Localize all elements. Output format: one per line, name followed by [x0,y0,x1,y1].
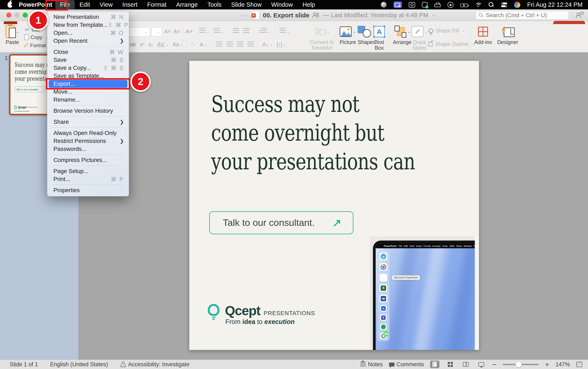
designer-button[interactable]: Designer [497,24,518,45]
battery-icon[interactable] [460,4,468,7]
fit-slide-to-window-button[interactable] [576,362,582,367]
shapes-button[interactable]: ⌄ Shapes [358,24,375,45]
zoom-out-button[interactable]: − [492,360,496,369]
chevron-down-icon[interactable]: ⌄ [432,12,436,18]
format-painter-button[interactable]: Format [23,42,46,48]
accessibility-status[interactable]: Accessibility: Investigate [120,361,189,368]
text-box-button[interactable]: A TextBox [373,24,385,51]
bullets-icon[interactable]: ⌄ [199,28,209,34]
slide-canvas[interactable]: Success may not come overnightbut your p… [189,61,479,350]
file-menu-item-open-recent[interactable]: Open Recent❯ [47,37,129,45]
file-menu-item-share[interactable]: Share❯ [47,118,129,126]
zoom-slider-knob[interactable] [516,361,522,368]
file-menu-item-compress-pictures[interactable]: Compress Pictures... [47,156,129,164]
file-menu-item-rename[interactable]: Rename... [47,96,129,104]
decrease-font-size-icon[interactable]: A˅ [174,29,180,35]
file-menu-item-new-from-template[interactable]: New from Template...⇧ ⌘ P [47,21,129,29]
reading-view-button[interactable] [461,361,470,368]
convert-to-smartart-button[interactable]: ⌄ Convert toSmartArt [310,24,334,51]
quick-styles-button[interactable]: ⌄ QuickStyles [411,24,427,51]
character-spacing-icon[interactable]: A̲V̲⌄ [157,41,168,48]
copy-button[interactable]: Copy⌄ [24,34,48,40]
menubar-item-arrange[interactable]: Arrange [171,0,203,9]
slide-title[interactable]: Success may not come overnightbut your p… [211,90,415,176]
add-ins-button[interactable]: Add-ins [474,24,492,45]
file-menu-item-save[interactable]: Save⌘ S [47,56,129,64]
picture-button[interactable]: ⌄ Picture [340,24,356,45]
last-modified-label[interactable]: — Last Modified: Yesterday at 4:48 PM [323,12,428,19]
highlight-color-icon[interactable]: ⌄ [192,42,196,47]
media-play-icon[interactable] [448,2,454,8]
shape-outline-button[interactable]: Shape Outline⌄ [428,41,475,47]
file-menu-item-passwords[interactable]: Passwords... [47,145,129,153]
columns-icon[interactable]: ⌄ [279,28,290,34]
zoom-in-button[interactable]: + [545,360,549,369]
minimize-window-button[interactable] [14,13,20,18]
notes-button[interactable]: Notes [360,361,383,368]
font-size-select[interactable]: ⌄ [152,27,162,36]
user-avatar[interactable] [514,2,520,8]
close-window-button[interactable] [6,13,11,18]
control-center-icon[interactable] [501,2,507,7]
presenter-coach-icon[interactable] [576,12,584,19]
align-left-icon[interactable] [216,41,222,48]
device-check-icon[interactable] [422,2,427,8]
file-menu-item-save-a-copy[interactable]: Save a Copy...⇧ ⌘ S [47,64,129,72]
file-menu-item-move[interactable]: Move... [47,88,129,96]
line-spacing-icon[interactable]: ↕⌄ [258,28,271,34]
justify-icon[interactable] [248,41,254,48]
subscript-icon[interactable]: x₂ [149,41,153,48]
document-title[interactable]: 00. Export slide [263,12,309,19]
screen-share-icon[interactable] [393,1,402,8]
menubar-item-view[interactable]: View [95,0,117,9]
printer-icon[interactable] [434,4,441,7]
file-menu-item-close[interactable]: Close⌘ W [47,48,129,56]
apple-menu-icon[interactable] [8,2,13,8]
zoom-level-label[interactable]: 147% [556,361,570,368]
wifi-icon[interactable] [475,2,482,7]
file-menu-item-restrict-permissions[interactable]: Restrict Permissions❯ [47,137,129,145]
screenshot-icon[interactable] [409,2,415,8]
clear-formatting-icon[interactable]: A [186,29,192,35]
decrease-indent-icon[interactable] [233,28,239,34]
search-input[interactable] [485,12,566,19]
zoom-window-button[interactable] [23,13,28,18]
menubar-item-edit[interactable]: Edit [75,0,95,9]
zoom-slider[interactable] [503,364,539,365]
file-menu-item-new-presentation[interactable]: New Presentation⌘ N [47,13,129,21]
numbering-icon[interactable]: ⌄ [214,28,224,34]
increase-indent-icon[interactable] [243,28,249,34]
menubar-item-help[interactable]: Help [298,0,320,9]
slide-sorter-view-button[interactable] [446,361,455,368]
increase-font-size-icon[interactable]: A˄ [164,29,171,35]
file-menu-item-properties[interactable]: Properties [47,186,129,194]
menubar-app-name[interactable]: PowerPoint [19,1,52,8]
menubar-item-format[interactable]: Format [142,0,171,9]
shape-fill-button[interactable]: Shape Fill⌄ [429,28,465,34]
file-menu-item-print[interactable]: Print...⌘ P [47,175,129,183]
paste-button[interactable]: ⌄ Paste [5,24,19,45]
align-center-icon[interactable] [227,41,233,48]
normal-view-button[interactable] [430,361,439,368]
strikethrough-icon[interactable]: ab [130,41,136,48]
menubar-item-file[interactable]: File [55,0,75,9]
text-direction-icon[interactable]: A↓⌄ [262,41,272,48]
file-menu-item-page-setup[interactable]: Page Setup... [47,167,129,175]
align-right-icon[interactable] [237,41,243,48]
menubar-clock[interactable]: Fri Aug 22 12:24 PM [527,1,583,8]
droplet-utility-icon[interactable] [381,2,387,8]
file-menu-item-export[interactable]: Export... [49,80,127,88]
file-menu-item-always-open-read-only[interactable]: Always Open Read-Only [47,129,129,137]
spotlight-search-icon[interactable] [488,2,494,8]
change-case-icon[interactable]: Aa⌄ [173,41,183,48]
share-button-partial[interactable] [553,21,585,24]
menubar-item-tools[interactable]: Tools [203,0,227,9]
vertical-align-icon[interactable]: [↕]⌄ [277,41,286,48]
arrange-button[interactable]: ⌄ Arrange [393,24,412,45]
file-menu-item-browse-version-history[interactable]: Browse Version History [47,107,129,115]
language-label[interactable]: English (United States) [50,361,108,368]
slide-count-label[interactable]: Slide 1 of 1 [10,361,38,368]
shared-users-icon[interactable] [313,13,320,18]
slideshow-view-button[interactable] [477,361,486,368]
consultant-cta-button[interactable]: Talk to our consultant. ↗ [209,211,353,234]
